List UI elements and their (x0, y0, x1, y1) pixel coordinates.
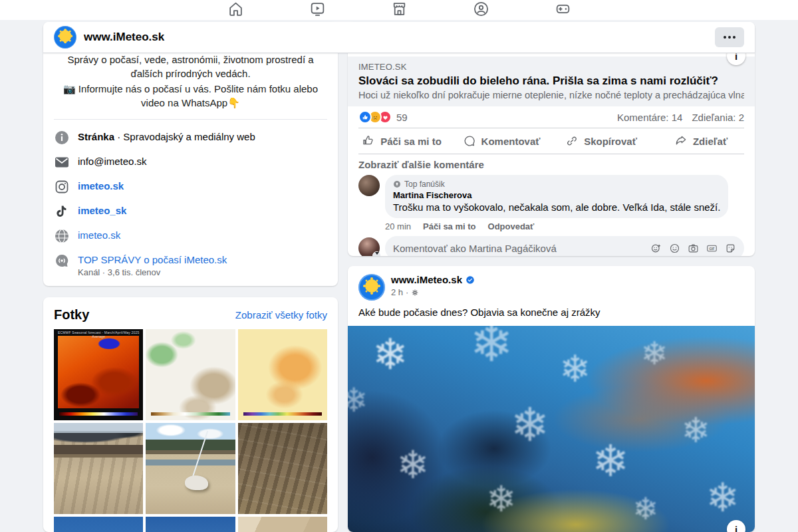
info-row-tiktok: imeteo_sk (54, 203, 327, 219)
page-more-button[interactable] (715, 27, 744, 47)
comment-button[interactable]: Komentovať (452, 130, 551, 152)
comment-timestamp[interactable]: 20 min (385, 221, 411, 231)
avatar-sticker-icon[interactable] (650, 243, 662, 254)
home-icon[interactable] (227, 1, 244, 17)
groups-icon[interactable] (473, 1, 489, 17)
post-author-name[interactable]: www.iMeteo.sk (391, 274, 462, 285)
post-header: www.iMeteo.sk 2 h · (348, 266, 755, 301)
comment-input-placeholder: Komentovať ako Martina Pagáčiková (393, 243, 557, 254)
email-icon (54, 154, 70, 170)
top-navigation (0, 0, 798, 20)
broadcast-channel-icon (54, 253, 70, 269)
about-card: Správy o počasí, vede, astronómii, život… (43, 22, 338, 286)
view-more-comments-link[interactable]: Zobraziť ďalšie komentáre (348, 154, 755, 172)
link-domain: IMETEO.SK (358, 62, 744, 72)
tiktok-icon (54, 203, 70, 219)
copy-link-button[interactable]: Skopírovať (551, 130, 651, 152)
page-title: www.iMeteo.sk (84, 31, 164, 44)
divider (54, 119, 327, 120)
photo-mudflat[interactable] (238, 423, 327, 514)
copy-link-button-label: Skopírovať (584, 136, 637, 147)
email-text[interactable]: info@imeteo.sk (78, 154, 147, 167)
reaction-count[interactable]: 59 (396, 112, 408, 123)
link-preview[interactable]: IMETEO.SK Slováci sa zobudili do bieleho… (348, 57, 755, 106)
like-button-label: Páči sa mi to (380, 136, 442, 147)
frost-crystal-icon (682, 410, 711, 450)
top-fan-badge-label: Top fanúšik (404, 180, 445, 189)
instagram-link[interactable]: imeteo.sk (78, 179, 124, 192)
watch-icon[interactable] (309, 1, 326, 17)
color-scale (243, 412, 322, 416)
info-row-page-type: Stránka · Spravodajský a mediálny web (54, 130, 327, 146)
globe-icon (54, 228, 70, 244)
commenter-avatar[interactable] (358, 175, 380, 196)
comments-count[interactable]: Komentáre: 14 (617, 112, 682, 123)
channel-link[interactable]: TOP SPRÁVY o počasí iMeteo.sk (78, 254, 227, 265)
gaming-icon[interactable] (555, 1, 571, 17)
marketplace-icon[interactable] (391, 1, 408, 17)
see-all-photos-link[interactable]: Zobraziť všetky fotky (235, 309, 327, 321)
post-photo-frost-window[interactable]: i (348, 326, 755, 532)
like-button[interactable]: Páči sa mi to (352, 130, 452, 152)
sticker-icon[interactable] (725, 243, 736, 254)
emoji-icon[interactable] (669, 243, 680, 254)
photo-aerial-terrain[interactable] (238, 517, 327, 532)
photo-temp-anomaly-map[interactable] (238, 329, 327, 420)
frost-crystal-icon (559, 347, 591, 390)
link-icon (565, 134, 579, 148)
svg-text:GIF: GIF (709, 247, 714, 250)
comment-item: Top fanúšik Martina Fischerova Trošku ma… (348, 172, 755, 218)
gif-icon[interactable]: GIF (706, 243, 718, 254)
photo-blue-sky-2[interactable] (146, 517, 235, 532)
bio-line-1: Správy o počasí, vede, astronómii, život… (55, 53, 326, 80)
facebook-page-screen: www.iMeteo.sk i Správy o počasí, vede, a… (0, 0, 798, 532)
meta-separator: · (406, 287, 408, 297)
color-scale (59, 412, 138, 416)
comment-like-link[interactable]: Páči sa mi to (423, 221, 475, 231)
photo-dry-lakebed-houses[interactable] (54, 423, 143, 514)
share-button[interactable]: Zdieľať (651, 130, 751, 152)
reaction-icons[interactable] (358, 110, 392, 124)
page-avatar[interactable] (54, 26, 76, 49)
post-actions: Páči sa mi to Komentovať Skopírovať Zdie… (348, 128, 755, 154)
camera-icon[interactable] (688, 243, 699, 254)
top-fan-badge-icon (393, 180, 401, 188)
shares-count[interactable]: Zdieľania: 2 (692, 112, 744, 123)
website-link[interactable]: imeteo.sk (78, 228, 120, 241)
current-user-avatar[interactable] (358, 237, 380, 256)
comment-meta-row: 20 min Páči sa mi to Odpovedať (385, 221, 755, 231)
photo-blue-sky-1[interactable] (54, 517, 143, 532)
comment-bubble[interactable]: Top fanúšik Martina Fischerova Trošku ma… (385, 175, 728, 218)
link-description: Hoci už niekoľko dní pokračuje mierne ot… (358, 90, 744, 100)
info-icon: i (735, 524, 737, 532)
frost-crystal-icon (396, 442, 429, 487)
post-timestamp[interactable]: 2 h (391, 287, 403, 297)
like-reaction-icon (358, 110, 372, 124)
share-button-label: Zdieľať (693, 136, 728, 147)
channel-members: Kanál · 3,6 tis. členov (78, 267, 227, 277)
tiktok-link[interactable]: imeteo_sk (78, 203, 126, 216)
page-info-list: Stránka · Spravodajský a mediálny web in… (43, 130, 338, 277)
frost-crystal-icon (706, 474, 739, 521)
comment-button-label: Komentovať (481, 136, 541, 147)
commenter-name[interactable]: Martina Fischerova (393, 190, 720, 200)
info-row-email: info@imeteo.sk (54, 154, 327, 170)
photo-precip-map[interactable] (146, 329, 235, 420)
info-row-channel: TOP SPRÁVY o počasí iMeteo.sk Kanál · 3,… (54, 253, 327, 277)
frost-crystal-icon (470, 326, 513, 374)
frost-crystal-icon (641, 334, 668, 372)
comment-input[interactable]: Komentovať ako Martina Pagáčiková GIF (385, 236, 744, 256)
photos-card: Fotky Zobraziť všetky fotky ECMWF Season… (43, 297, 338, 532)
frost-crystal-icon (511, 398, 550, 452)
post-author-avatar[interactable] (358, 274, 385, 301)
photo-weather-map-ecmwf[interactable]: ECMWF Seasonal forecast - March/April/Ma… (54, 329, 143, 420)
frost-crystal-icon (486, 478, 516, 520)
photo-stranded-sailboat[interactable] (146, 423, 235, 514)
comment-reply-link[interactable]: Odpovedať (488, 221, 535, 231)
comment-text: Trošku ma to vyšokovalo, nečakala som, a… (393, 201, 720, 213)
photo-info-button[interactable]: i (727, 520, 745, 532)
thumbs-up-icon (362, 134, 375, 148)
verified-badge-icon (466, 275, 475, 285)
share-arrow-icon (674, 134, 688, 148)
photos-title: Fotky (54, 307, 89, 323)
